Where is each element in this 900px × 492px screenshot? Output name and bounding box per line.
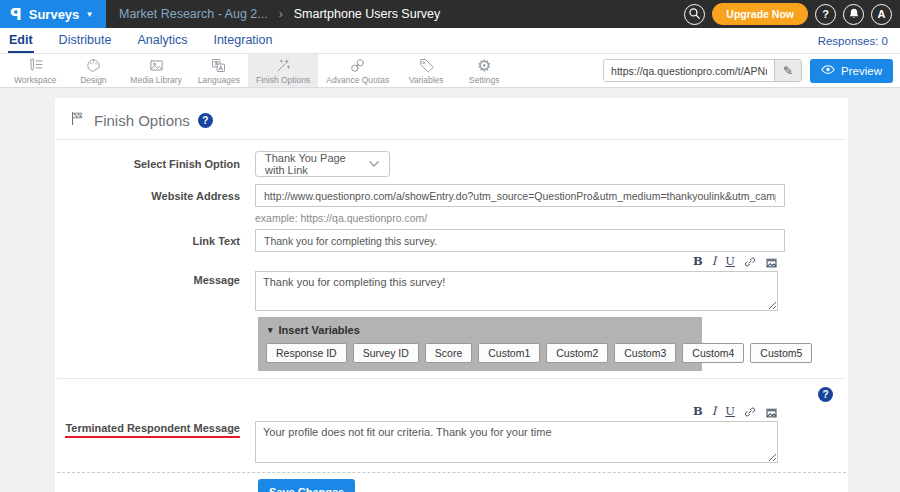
section-tabs: Edit Distribute Analytics Integration Re… xyxy=(0,28,900,54)
breadcrumb-separator: › xyxy=(279,7,283,21)
tab-distribute[interactable]: Distribute xyxy=(58,28,113,53)
help-button[interactable]: ? xyxy=(815,4,836,25)
avatar-letter: A xyxy=(878,8,886,20)
message-textarea[interactable]: Thank you for completing this survey! xyxy=(255,271,778,311)
card-header: Finish Options ? xyxy=(55,98,848,139)
finish-options-card: Finish Options ? Select Finish Option Th… xyxy=(55,98,848,492)
message-label: Message xyxy=(55,254,240,286)
toolbar-item-languages[interactable]: Languages xyxy=(190,54,248,87)
variable-custom1-button[interactable]: Custom1 xyxy=(478,343,540,363)
variable-response-id-button[interactable]: Response ID xyxy=(266,343,347,363)
insert-image-icon[interactable] xyxy=(765,406,778,418)
eye-icon xyxy=(821,64,835,77)
toolbar-item-label: Advance Quotas xyxy=(326,75,389,85)
bold-button[interactable]: B xyxy=(693,256,703,268)
responses-count[interactable]: Responses: 0 xyxy=(818,35,888,47)
underline-button[interactable]: U xyxy=(725,406,735,418)
chain-link-icon xyxy=(349,57,366,74)
bell-icon xyxy=(848,7,860,22)
toolbar-item-settings[interactable]: ⚙ Settings xyxy=(455,54,513,87)
terminated-message-label: Terminated Respondent Message xyxy=(55,404,240,438)
finish-options-help-icon[interactable]: ? xyxy=(198,113,213,128)
top-actions: Upgrade Now ? A xyxy=(684,0,900,28)
message-field: B I U Thank you for completing this surv… xyxy=(255,254,778,315)
variable-score-button[interactable]: Score xyxy=(425,343,472,363)
italic-button[interactable]: I xyxy=(712,406,717,418)
toolbar-item-design[interactable]: Design xyxy=(64,54,122,87)
top-bar: P Surveys ▾ Market Research - Aug 2... ›… xyxy=(0,0,900,28)
link-text-label: Link Text xyxy=(55,229,240,247)
tab-edit[interactable]: Edit xyxy=(8,28,34,53)
finish-option-select[interactable]: Thank You Page with Link xyxy=(255,151,390,177)
edit-url-button[interactable]: ✎ xyxy=(774,60,801,81)
palette-icon xyxy=(85,57,102,74)
image-icon xyxy=(148,57,165,74)
toolbar-item-workspace[interactable]: Workspace xyxy=(6,54,64,87)
toolbar-item-media-library[interactable]: Media Library xyxy=(122,54,190,87)
chevron-down-icon xyxy=(368,158,380,170)
website-address-input[interactable] xyxy=(255,184,785,207)
tab-analytics[interactable]: Analytics xyxy=(136,28,188,53)
variable-custom5-button[interactable]: Custom5 xyxy=(750,343,812,363)
edit-toolbar: Workspace Design Media Library Languages… xyxy=(0,54,900,88)
terminated-editor-toolbar: B I U xyxy=(255,404,778,419)
preview-button[interactable]: Preview xyxy=(810,59,893,83)
insert-variables-panel: ▾ Insert Variables Response ID Survey ID… xyxy=(258,317,702,371)
survey-url-box: ✎ xyxy=(603,59,802,82)
finish-option-selected-value: Thank You Page with Link xyxy=(265,152,368,176)
italic-button[interactable]: I xyxy=(712,256,717,268)
product-name: Surveys xyxy=(29,7,80,22)
toolbar-right: ✎ Preview xyxy=(603,54,900,87)
translate-icon xyxy=(210,57,227,74)
variable-custom2-button[interactable]: Custom2 xyxy=(546,343,608,363)
terminated-message-textarea[interactable]: Your profile does not fit our criteria. … xyxy=(255,421,778,463)
save-row: Save Changes xyxy=(258,479,848,492)
bold-button[interactable]: B xyxy=(693,406,703,418)
website-address-field: example: https://qa.questionpro.com/ xyxy=(255,184,785,224)
search-button[interactable] xyxy=(684,4,705,25)
magic-wand-icon xyxy=(275,57,292,74)
caret-down-icon: ▾ xyxy=(268,325,273,335)
surveys-product-menu[interactable]: P Surveys ▾ xyxy=(0,0,106,28)
page-background: Finish Options ? Select Finish Option Th… xyxy=(0,88,900,492)
chevron-down-icon: ▾ xyxy=(87,9,92,19)
breadcrumb-parent[interactable]: Market Research - Aug 2... xyxy=(119,7,268,21)
variable-survey-id-button[interactable]: Survey ID xyxy=(353,343,419,363)
terminated-help-row: ? xyxy=(55,379,848,404)
toolbar-item-variables[interactable]: Variables xyxy=(397,54,455,87)
underline-button[interactable]: U xyxy=(725,256,735,268)
website-address-example: example: https://qa.questionpro.com/ xyxy=(255,212,785,224)
terminated-message-field: B I U Your profile does not fit our crit… xyxy=(255,404,778,467)
insert-variables-label: Insert Variables xyxy=(279,324,360,336)
breadcrumb-current: Smartphone Users Survey xyxy=(294,7,441,21)
app-root: P Surveys ▾ Market Research - Aug 2... ›… xyxy=(0,0,900,492)
toolbar-item-label: Languages xyxy=(198,75,240,85)
website-address-label: Website Address xyxy=(55,184,240,202)
save-divider xyxy=(57,472,846,473)
pencil-icon: ✎ xyxy=(783,64,793,78)
breadcrumb: Market Research - Aug 2... › Smartphone … xyxy=(119,0,440,28)
link-text-input[interactable] xyxy=(255,229,785,252)
upgrade-now-button[interactable]: Upgrade Now xyxy=(712,3,808,25)
question-mark-icon: ? xyxy=(822,8,829,20)
toolbar-item-finish-options[interactable]: Finish Options xyxy=(248,54,318,87)
toolbar-item-label: Settings xyxy=(469,75,500,85)
survey-url-input[interactable] xyxy=(604,60,774,81)
questionpro-logo: P xyxy=(10,5,22,24)
avatar[interactable]: A xyxy=(871,4,892,25)
link-icon[interactable] xyxy=(744,256,756,268)
insert-variables-toggle[interactable]: ▾ Insert Variables xyxy=(268,324,694,336)
variable-custom3-button[interactable]: Custom3 xyxy=(614,343,676,363)
tab-integration[interactable]: Integration xyxy=(212,28,273,53)
toolbar-item-label: Finish Options xyxy=(256,75,310,85)
save-changes-button[interactable]: Save Changes xyxy=(258,479,355,492)
notifications-button[interactable] xyxy=(843,4,864,25)
variable-custom4-button[interactable]: Custom4 xyxy=(682,343,744,363)
finish-options-form: Select Finish Option Thank You Page with… xyxy=(55,140,848,492)
insert-image-icon[interactable] xyxy=(765,256,778,268)
terminated-help-icon[interactable]: ? xyxy=(818,387,833,402)
link-icon[interactable] xyxy=(744,406,756,418)
message-editor-toolbar: B I U xyxy=(255,254,778,269)
search-icon xyxy=(688,7,701,22)
toolbar-item-advance-quotas[interactable]: Advance Quotas xyxy=(318,54,397,87)
